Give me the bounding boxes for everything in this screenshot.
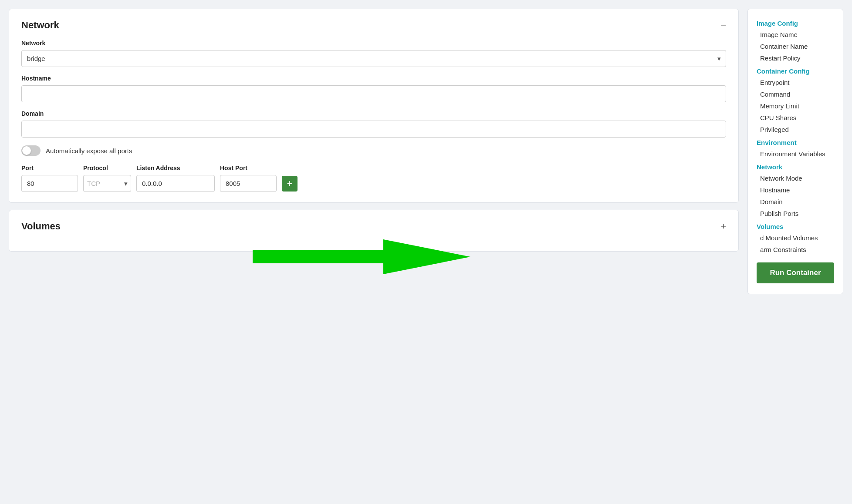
port-col-hostport-label: Host Port	[220, 165, 726, 171]
nav-item-container-name[interactable]: Container Name	[748, 40, 843, 52]
hostname-label: Hostname	[21, 75, 726, 82]
network-section-header: Network −	[21, 20, 726, 31]
domain-label: Domain	[21, 110, 726, 117]
nav-item-network-mode[interactable]: Network Mode	[748, 172, 843, 184]
auto-expose-label: Automatically expose all ports	[46, 147, 132, 155]
nav-item-memory-limit[interactable]: Memory Limit	[748, 100, 843, 112]
nav-item-publish-ports[interactable]: Publish Ports	[748, 208, 843, 219]
listen-address-input[interactable]	[136, 175, 215, 192]
auto-expose-toggle[interactable]	[21, 145, 41, 156]
nav-network-section[interactable]: Network	[748, 160, 843, 172]
auto-expose-row: Automatically expose all ports	[21, 145, 726, 156]
volumes-expand-button[interactable]: +	[720, 222, 726, 231]
hostname-field-group: Hostname	[21, 75, 726, 102]
nav-container-config-section[interactable]: Container Config	[748, 64, 843, 77]
nav-image-config-section[interactable]: Image Config	[748, 16, 843, 29]
port-input[interactable]	[21, 175, 78, 192]
sidebar-navigation: Image Config Image Name Container Name R…	[747, 9, 843, 294]
volumes-section-header: Volumes +	[21, 221, 726, 232]
network-field-label: Network	[21, 40, 726, 47]
network-section: Network − Network bridge host none Hostn…	[9, 9, 739, 203]
nav-volumes-section[interactable]: Volumes	[748, 219, 843, 232]
network-collapse-button[interactable]: −	[720, 20, 726, 30]
nav-item-restart-policy[interactable]: Restart Policy	[748, 52, 843, 64]
port-col-listen-label: Listen Address	[136, 165, 215, 171]
run-container-button[interactable]: Run Container	[757, 262, 834, 283]
port-row: TCP UDP +	[21, 175, 726, 192]
ports-header: Port Protocol Listen Address Host Port	[21, 165, 726, 171]
network-select[interactable]: bridge host none	[21, 50, 726, 67]
nav-item-mounted-volumes[interactable]: d Mounted Volumes	[748, 232, 843, 244]
domain-input[interactable]	[21, 121, 726, 138]
port-col-protocol-label: Protocol	[83, 165, 131, 171]
domain-field-group: Domain	[21, 110, 726, 138]
nav-item-privileged[interactable]: Privileged	[748, 124, 843, 135]
nav-item-env-variables[interactable]: Environment Variables	[748, 148, 843, 160]
network-field-group: Network bridge host none	[21, 40, 726, 67]
nav-item-image-name[interactable]: Image Name	[748, 29, 843, 40]
nav-item-entrypoint[interactable]: Entrypoint	[748, 77, 843, 88]
nav-item-arm-constraints[interactable]: arm Constraints	[748, 244, 843, 255]
nav-item-command[interactable]: Command	[748, 88, 843, 100]
nav-item-cpu-shares[interactable]: CPU Shares	[748, 112, 843, 124]
volumes-section-title: Volumes	[21, 221, 61, 232]
protocol-select[interactable]: TCP UDP	[83, 175, 131, 192]
protocol-select-wrapper: TCP UDP	[83, 175, 131, 192]
nav-item-hostname[interactable]: Hostname	[748, 184, 843, 196]
volumes-section: Volumes +	[9, 210, 739, 252]
port-col-port-label: Port	[21, 165, 78, 171]
add-port-button[interactable]: +	[282, 176, 298, 192]
network-section-title: Network	[21, 20, 59, 31]
nav-item-domain[interactable]: Domain	[748, 196, 843, 208]
nav-environment-section[interactable]: Environment	[748, 135, 843, 148]
network-select-wrapper: bridge host none	[21, 50, 726, 67]
host-port-input[interactable]	[220, 175, 277, 192]
hostname-input[interactable]	[21, 85, 726, 102]
